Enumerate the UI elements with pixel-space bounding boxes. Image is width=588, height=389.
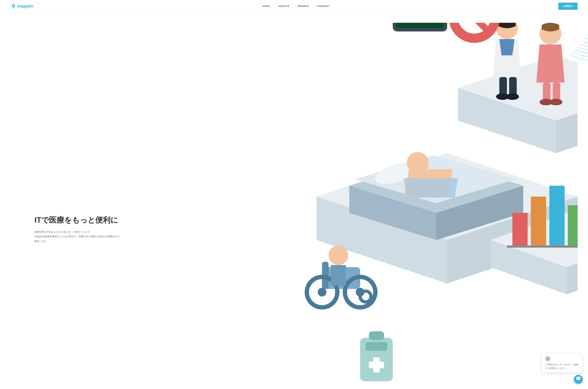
chat-avatar	[545, 356, 551, 361]
chat-bubble-text: ご不明な点はございますか？ご遠慮なくお問合せください。	[545, 363, 579, 370]
header: mappin· NEWS SERVICE MEMBER COMPANY お問合せ	[0, 0, 588, 12]
svg-rect-56	[366, 342, 387, 351]
chat-fab-button[interactable]	[574, 375, 583, 384]
nav-company[interactable]: COMPANY	[317, 5, 330, 7]
svg-point-64	[579, 378, 580, 379]
logo[interactable]: mappin·	[10, 3, 34, 9]
hero-illustration	[121, 23, 578, 389]
hero-section: ITで医療をもっと便利に 医療分野のIT化はまだまだ他に比べて遅れています ma…	[0, 12, 588, 389]
hero-text: ITで医療をもっと便利に 医療分野のIT化はまだまだ他に比べて遅れています ma…	[35, 215, 121, 243]
nav-member[interactable]: MEMBER	[298, 5, 309, 7]
logo-text: mappin·	[17, 3, 34, 9]
svg-rect-49	[396, 23, 444, 28]
svg-rect-58	[369, 362, 384, 368]
contact-button[interactable]: お問合せ	[558, 2, 578, 10]
svg-point-32	[318, 288, 326, 296]
chat-close-button[interactable]: ×	[579, 355, 581, 357]
svg-rect-52	[549, 186, 564, 246]
svg-point-3	[578, 12, 588, 23]
svg-point-63	[578, 378, 579, 379]
svg-point-2	[581, 12, 588, 19]
hero-title: ITで医療をもっと便利に	[35, 215, 121, 225]
svg-point-33	[360, 291, 371, 302]
svg-rect-53	[568, 205, 578, 245]
main-nav: NEWS SERVICE MEMBER COMPANY	[263, 5, 330, 7]
svg-point-34	[329, 246, 348, 265]
chat-fab-icon	[576, 377, 581, 382]
svg-rect-50	[512, 213, 528, 246]
chat-bubble: × ご不明な点はございますか？ご遠慮なくお問合せください。	[541, 353, 583, 373]
hospital-illustration-svg	[121, 23, 578, 389]
svg-rect-59	[369, 331, 384, 340]
svg-point-44	[549, 99, 562, 105]
svg-point-39	[506, 94, 519, 100]
svg-point-26	[407, 152, 429, 174]
svg-point-62	[577, 378, 578, 379]
chat-widget: × ご不明な点はございますか？ご遠慮なくお問合せください。	[541, 353, 583, 384]
nav-news[interactable]: NEWS	[263, 5, 270, 7]
logo-icon	[10, 3, 17, 9]
hero-description: 医療分野のIT化はまだまだ他に比べて遅れています mappinは医療従事者ならで…	[35, 230, 121, 243]
nav-service[interactable]: SERVICE	[278, 5, 290, 7]
svg-point-60	[547, 357, 549, 359]
svg-rect-51	[531, 196, 546, 246]
svg-point-1	[13, 5, 14, 6]
